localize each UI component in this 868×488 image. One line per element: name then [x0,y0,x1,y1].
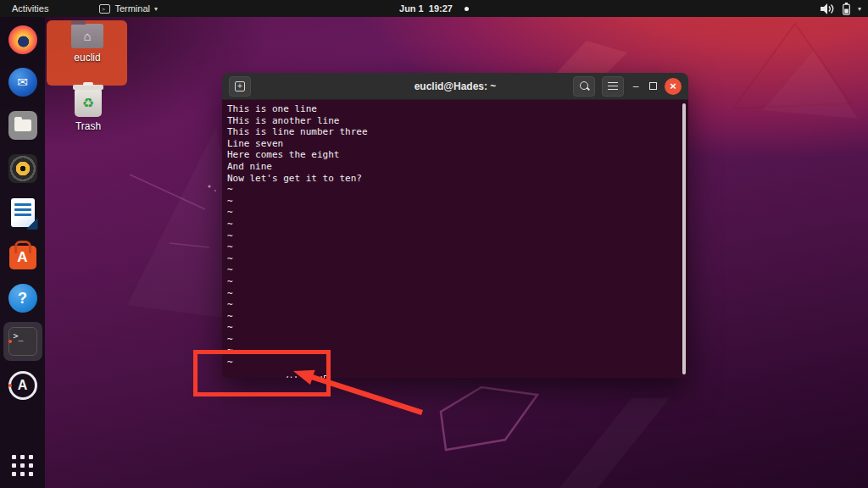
vim-tilde: ~ [227,334,683,346]
maximize-icon [649,82,657,90]
vim-tilde: ~ [227,345,683,357]
system-tray-menu[interactable]: ▾ [821,0,861,17]
dock-item-help[interactable]: ? [8,283,38,313]
dock-item-app-circle-a[interactable]: A [8,370,38,401]
vim-tilde: ~ [227,276,683,288]
minimize-button[interactable]: – [631,77,641,96]
terminal-screen[interactable]: This is one lineTHis is another lineThis… [222,100,688,378]
desktop-icon-trash[interactable]: ♻ Trash [50,85,126,132]
desktop-icon-label: Trash [75,120,101,132]
trash-icon: ♻ [75,89,102,117]
firefox-icon [8,25,37,54]
menu-button[interactable] [602,76,624,97]
notification-dot-icon [465,7,469,11]
help-question-glyph: ? [18,290,27,308]
dock: ✉ A ? >_ A [0,17,45,488]
activities-button[interactable]: Activities [0,0,60,17]
title-bar[interactable]: + euclid@Hades: ~ – × [222,73,688,100]
desktop: Activities > Terminal ▾ Jun 1 19:27 ▾ [0,0,868,488]
files-icon [8,111,37,140]
desktop-icon-label: euclid [74,52,100,64]
new-tab-button[interactable]: + [229,76,251,97]
terminal-line: Line seven [227,138,683,150]
running-indicator-dot [8,384,12,387]
desktop-icon-euclid[interactable]: ⌂ euclid [49,24,125,64]
dock-item-files[interactable] [8,110,38,141]
vim-tilde: ~ [227,288,683,300]
terminal-line: Now let's get it to ten? [227,173,683,185]
envelope-icon: ✉ [17,75,28,90]
vim-tilde: ~ [227,184,683,196]
circle-a-glyph: A [18,378,28,393]
show-applications-icon [12,455,33,476]
chevron-down-icon: ▾ [858,5,861,13]
vim-command-text: :g/this/d [272,374,323,378]
window-controls: – × [573,76,682,97]
vim-tilde: ~ [227,230,683,242]
maximize-button[interactable] [648,77,658,96]
vim-tilde: ~ [227,219,683,230]
thunderbird-icon: ✉ [8,68,37,97]
dock-item-terminal[interactable]: >_ [8,326,38,357]
terminal-line: THis is another line [227,115,683,127]
clock-menu[interactable]: Jun 1 19:27 [399,0,469,17]
ubuntu-software-icon: A [9,246,36,269]
app-menu-label: Terminal [114,3,150,14]
terminal-line: Here comes the eight [227,149,683,161]
vim-tilde: ~ [227,299,683,311]
battery-icon [843,3,850,15]
vim-tilde: ~ [227,207,683,219]
new-tab-icon: + [235,81,245,92]
home-icon: ⌂ [83,29,91,43]
terminal-icon: >_ [8,327,37,356]
terminal-window: + euclid@Hades: ~ – × This is one line [222,73,688,378]
terminal-buffer: This is one lineTHis is another lineThis… [227,103,683,184]
search-button[interactable] [573,76,595,97]
vim-tilde: ~ [227,264,683,276]
app-circle-a-icon: A [8,371,37,400]
close-button[interactable]: × [665,78,682,95]
vim-command-line: :g/this/d [227,363,330,374]
chevron-down-icon: ▾ [154,5,158,13]
libreoffice-writer-icon [11,198,35,227]
terminal-line: This is one line [227,103,683,115]
terminal-mini-icon: > [99,4,110,14]
terminal-cursor [324,375,330,378]
software-a-glyph: A [17,249,27,266]
volume-icon [821,3,835,14]
vim-tilde: ~ [227,311,683,323]
clock-label: Jun 1 19:27 [399,3,453,14]
terminal-line: This is line number three [227,126,683,138]
running-indicator-dot [8,340,12,343]
top-bar: Activities > Terminal ▾ Jun 1 19:27 ▾ [0,0,868,17]
vim-tilde: ~ [227,196,683,208]
dock-item-thunderbird[interactable]: ✉ [8,67,38,97]
rhythmbox-icon [8,154,37,183]
vim-tilde-column: ~~~~~~~~~~~~~~~~ [227,184,683,369]
dock-item-ubuntu-software[interactable]: A [8,240,38,270]
dock-item-firefox[interactable] [8,25,38,55]
dock-item-show-applications[interactable] [8,450,38,480]
folder-icon: ⌂ [71,24,103,48]
terminal-line: And nine [227,161,683,173]
vim-tilde: ~ [227,241,683,253]
terminal-scrollbar[interactable] [682,103,686,374]
dock-item-libreoffice-writer[interactable] [8,197,38,228]
recycle-icon: ♻ [82,95,94,111]
search-icon [579,80,590,92]
dock-item-rhythmbox[interactable] [8,153,38,184]
vim-tilde: ~ [227,322,683,334]
help-icon: ? [8,284,37,313]
hamburger-icon [608,82,618,91]
vim-tilde: ~ [227,253,683,265]
app-menu-terminal[interactable]: > Terminal ▾ [91,0,166,17]
